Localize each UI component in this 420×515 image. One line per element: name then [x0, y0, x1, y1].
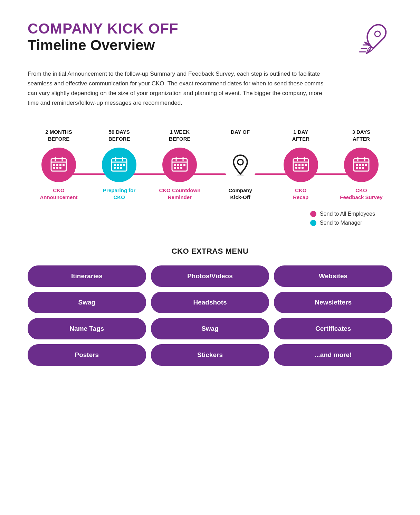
svg-rect-44 — [298, 164, 300, 166]
circle-announcement — [41, 148, 76, 182]
svg-rect-20 — [117, 164, 119, 166]
btn-swag-1[interactable]: Swag — [28, 292, 146, 313]
svg-rect-36 — [180, 167, 182, 169]
svg-rect-54 — [356, 164, 358, 166]
extras-section: CKO EXTRAS MENU Itineraries Photos/Video… — [28, 247, 392, 366]
legend-label-manager: Send to Manager — [320, 220, 362, 226]
svg-rect-43 — [295, 164, 297, 166]
svg-rect-56 — [362, 164, 364, 166]
label-feedback: CKOFeedback Survey — [340, 187, 382, 200]
description: From the initial Announcement to the fol… — [28, 69, 325, 108]
label-1week: 1 WEEKBEFORE — [152, 129, 207, 142]
header-section: COMPANY KICK OFF Timeline Overview — [28, 21, 392, 59]
svg-rect-31 — [177, 164, 179, 166]
node-feedback: CKOFeedback Survey — [334, 148, 389, 200]
btn-certificates[interactable]: Certificates — [274, 318, 392, 339]
btn-posters[interactable]: Posters — [28, 344, 146, 366]
svg-rect-45 — [302, 164, 304, 166]
svg-rect-30 — [174, 164, 176, 166]
label-recap: CKORecap — [293, 187, 308, 200]
svg-rect-24 — [117, 167, 119, 169]
svg-point-38 — [237, 174, 244, 176]
svg-rect-12 — [53, 167, 55, 169]
timeline-section: 2 MONTHSBEFORE 59 DAYSBEFORE 1 WEEKBEFOR… — [28, 129, 392, 226]
legend-dot-cyan — [310, 220, 316, 226]
label-dayof: DAY OF — [213, 129, 268, 142]
svg-rect-58 — [356, 167, 358, 169]
btn-stickers[interactable]: Stickers — [151, 344, 269, 366]
svg-rect-46 — [305, 164, 307, 166]
label-2months: 2 MONTHSBEFORE — [31, 129, 86, 142]
svg-rect-33 — [183, 164, 185, 166]
node-countdown: CKO CountdownReminder — [152, 148, 207, 200]
legend: Send to All Employees Send to Manager — [310, 211, 389, 226]
btn-itineraries[interactable]: Itineraries — [28, 265, 146, 287]
legend-manager: Send to Manager — [310, 220, 375, 226]
svg-rect-48 — [298, 167, 300, 169]
btn-and-more[interactable]: ...and more! — [274, 344, 392, 366]
btn-newsletters[interactable]: Newsletters — [274, 292, 392, 313]
svg-rect-23 — [114, 167, 116, 169]
btn-headshots[interactable]: Headshots — [151, 292, 269, 313]
btn-name-tags[interactable]: Name Tags — [28, 318, 146, 339]
header-text: COMPANY KICK OFF Timeline Overview — [28, 21, 179, 54]
extras-grid: Itineraries Photos/Videos Websites Swag … — [28, 265, 392, 366]
circle-preparing — [102, 148, 136, 182]
svg-rect-22 — [123, 164, 125, 166]
extras-title: CKO EXTRAS MENU — [28, 247, 392, 256]
legend-label-employees: Send to All Employees — [320, 211, 375, 217]
svg-rect-49 — [302, 167, 304, 169]
svg-rect-34 — [174, 167, 176, 169]
svg-rect-25 — [120, 167, 122, 169]
svg-rect-10 — [59, 164, 61, 166]
rocket-icon — [354, 21, 392, 59]
label-1day: 1 DAYAFTER — [273, 129, 328, 142]
btn-websites[interactable]: Websites — [274, 265, 392, 287]
label-preparing: Preparing forCKO — [103, 187, 135, 200]
circle-dayof — [223, 148, 258, 182]
node-recap: CKORecap — [273, 148, 328, 200]
svg-rect-19 — [114, 164, 116, 166]
circle-countdown — [162, 148, 197, 182]
svg-point-37 — [238, 159, 243, 165]
svg-rect-35 — [177, 167, 179, 169]
svg-rect-8 — [53, 164, 55, 166]
node-announcement: CKOAnnouncement — [31, 148, 86, 200]
svg-rect-9 — [56, 164, 58, 166]
circle-feedback — [344, 148, 379, 182]
svg-rect-14 — [59, 167, 61, 169]
node-dayof: CompanyKick-Off — [213, 148, 268, 200]
circle-recap — [284, 148, 318, 182]
title-black: Timeline Overview — [28, 37, 179, 54]
svg-rect-57 — [365, 164, 367, 166]
label-59days: 59 DAYSBEFORE — [92, 129, 147, 142]
label-3days: 3 DAYSAFTER — [334, 129, 389, 142]
svg-point-0 — [375, 31, 380, 37]
title-purple: COMPANY KICK OFF — [28, 21, 179, 37]
label-dayof: CompanyKick-Off — [228, 187, 252, 200]
legend-dot-pink — [310, 211, 316, 217]
svg-rect-21 — [120, 164, 122, 166]
svg-rect-32 — [180, 164, 182, 166]
svg-rect-47 — [295, 167, 297, 169]
label-announcement: CKOAnnouncement — [40, 187, 77, 200]
timeline-row: CKOAnnouncement Preparing — [31, 148, 389, 200]
btn-swag-2[interactable]: Swag — [151, 318, 269, 339]
svg-rect-59 — [359, 167, 361, 169]
label-countdown: CKO CountdownReminder — [159, 187, 200, 200]
svg-rect-60 — [362, 167, 364, 169]
btn-photos-videos[interactable]: Photos/Videos — [151, 265, 269, 287]
legend-employees: Send to All Employees — [310, 211, 375, 217]
svg-rect-11 — [63, 164, 65, 166]
svg-rect-13 — [56, 167, 58, 169]
node-preparing: Preparing forCKO — [92, 148, 147, 200]
timeline-labels: 2 MONTHSBEFORE 59 DAYSBEFORE 1 WEEKBEFOR… — [31, 129, 389, 142]
svg-rect-55 — [359, 164, 361, 166]
